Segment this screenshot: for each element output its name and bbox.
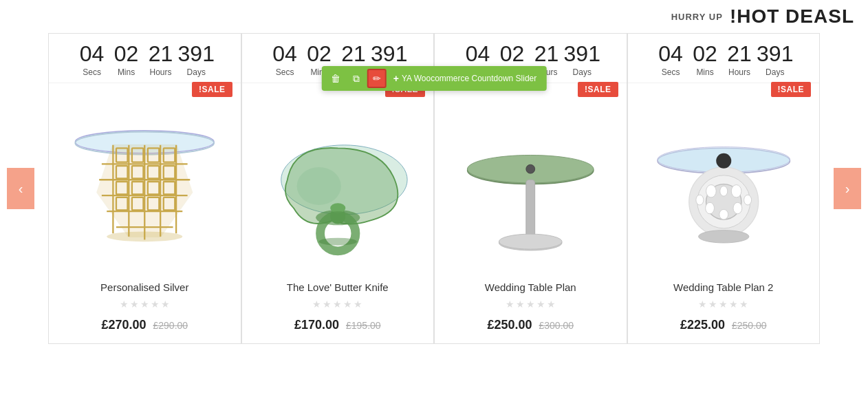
star-1: ★ xyxy=(120,299,129,310)
product-stars-1: ★ ★ ★ ★ ★ xyxy=(120,296,170,312)
page-wrapper: HURRY UP !HOT DEASL ‹ 🗑 ⧉ ✏ YA Woocommer… xyxy=(0,0,868,408)
svg-rect-40 xyxy=(526,180,535,237)
countdown-mins-label-1: Mins xyxy=(118,67,135,77)
star-2: ★ xyxy=(516,299,525,310)
countdown-days-label-3: Days xyxy=(573,67,592,77)
star-5: ★ xyxy=(739,299,748,310)
star-3: ★ xyxy=(526,299,535,310)
svg-point-48 xyxy=(706,185,716,197)
star-4: ★ xyxy=(729,299,738,310)
star-5: ★ xyxy=(354,299,362,310)
countdown-unit-days-3: 391 Days xyxy=(564,42,600,77)
chevron-right-icon: › xyxy=(845,181,850,197)
countdown-days-value-4: 391 xyxy=(757,42,793,66)
countdown-mins-value-2: 02 xyxy=(307,42,332,66)
svg-point-49 xyxy=(731,185,741,197)
countdown-days-label-4: Days xyxy=(766,67,784,77)
svg-point-52 xyxy=(719,209,728,219)
countdown-secs-value-3: 04 xyxy=(466,42,490,66)
star-4: ★ xyxy=(343,299,352,310)
svg-point-39 xyxy=(526,164,535,173)
countdown-secs-label-2: Secs xyxy=(276,67,294,77)
delete-button[interactable]: 🗑 xyxy=(326,69,345,88)
countdown-mins-value-1: 02 xyxy=(114,42,139,66)
star-1: ★ xyxy=(506,299,514,310)
svg-point-51 xyxy=(733,202,742,214)
countdown-days-label-1: Days xyxy=(187,67,206,77)
countdown-mins-value-4: 02 xyxy=(693,42,717,66)
star-1: ★ xyxy=(312,299,321,310)
star-4: ★ xyxy=(536,299,545,310)
star-5: ★ xyxy=(547,299,556,310)
star-3: ★ xyxy=(140,299,149,310)
countdown-unit-secs-2: 04 Secs xyxy=(268,42,302,77)
price-original-4: £250.00 xyxy=(732,320,767,331)
svg-point-42 xyxy=(499,234,562,249)
carousel-wrapper: ‹ 🗑 ⧉ ✏ YA Woocommerce Countdown Slider … xyxy=(0,33,868,344)
product-image-4[interactable] xyxy=(628,83,820,276)
countdown-secs-label-4: Secs xyxy=(662,67,680,77)
sale-badge-3: !SALE xyxy=(578,82,618,97)
prev-arrow[interactable]: ‹ xyxy=(7,168,34,209)
countdown-unit-secs-1: 04 Secs xyxy=(75,42,109,77)
price-current-4: £225.00 xyxy=(680,318,725,332)
price-current-2: £170.00 xyxy=(294,318,339,332)
star-4: ★ xyxy=(151,299,160,310)
svg-point-36 xyxy=(318,238,356,246)
product-image-2[interactable] xyxy=(242,83,434,276)
product-image-3[interactable] xyxy=(435,83,627,276)
countdown-mins-value-3: 02 xyxy=(500,42,525,66)
countdown-days-value-1: 391 xyxy=(178,42,215,66)
svg-point-50 xyxy=(705,202,714,214)
product-price-1: £270.00 £290.00 xyxy=(93,312,196,343)
price-original-3: £300.00 xyxy=(539,320,574,331)
countdown-hours-value-2: 21 xyxy=(341,42,366,66)
countdown-hours-value-3: 21 xyxy=(534,42,559,66)
star-2: ★ xyxy=(130,299,139,310)
product-name-4: Wedding Table Plan 2 xyxy=(665,276,781,296)
svg-point-56 xyxy=(716,153,731,169)
edit-button[interactable]: ✏ xyxy=(367,69,387,88)
product-card-1: 04 Secs 02 Mins 21 Hours 391 Days xyxy=(48,33,241,344)
countdown-secs-value-2: 04 xyxy=(272,42,297,66)
next-arrow[interactable]: › xyxy=(834,168,861,209)
countdown-unit-days-4: 391 Days xyxy=(757,42,793,77)
countdown-hours-value-4: 21 xyxy=(727,42,752,66)
countdown-days-value-3: 391 xyxy=(564,42,600,66)
svg-point-57 xyxy=(698,230,748,243)
countdown-hours-value-1: 21 xyxy=(149,42,173,66)
hurry-label: HURRY UP xyxy=(671,12,723,22)
product-price-2: £170.00 £195.00 xyxy=(286,312,389,343)
product-card-4: 04 Secs 02 Mins 21 Hours 391 Days xyxy=(627,33,821,344)
svg-point-55 xyxy=(744,195,751,205)
countdown-unit-hours-1: 21 Hours xyxy=(144,42,178,77)
sale-badge-4: !SALE xyxy=(771,82,812,97)
star-5: ★ xyxy=(161,299,170,310)
product-name-3: Wedding Table Plan xyxy=(477,276,585,296)
svg-point-29 xyxy=(107,231,182,241)
countdown-1: 04 Secs 02 Mins 21 Hours 391 Days xyxy=(49,34,241,83)
countdown-unit-secs-4: 04 Secs xyxy=(653,42,688,77)
hurry-bar: HURRY UP !HOT DEASL xyxy=(0,0,868,33)
svg-point-54 xyxy=(695,195,703,205)
countdown-hours-label-1: Hours xyxy=(150,67,172,77)
countdown-unit-days-1: 391 Days xyxy=(178,42,215,77)
hot-deals-label: !HOT DEASL xyxy=(730,6,854,28)
countdown-4: 04 Secs 02 Mins 21 Hours 391 Days xyxy=(628,34,820,83)
product-stars-3: ★ ★ ★ ★ ★ xyxy=(506,296,556,312)
plugin-label: YA Woocommerce Countdown Slider xyxy=(388,73,543,84)
chevron-left-icon: ‹ xyxy=(19,181,23,197)
countdown-secs-value-4: 04 xyxy=(658,42,683,66)
countdown-days-value-2: 391 xyxy=(371,42,407,66)
product-price-3: £250.00 £300.00 xyxy=(479,312,582,343)
countdown-unit-hours-4: 21 Hours xyxy=(722,42,757,77)
star-3: ★ xyxy=(719,299,728,310)
countdown-unit-mins-4: 02 Mins xyxy=(688,42,722,77)
star-3: ★ xyxy=(333,299,342,310)
price-original-1: £290.00 xyxy=(153,320,188,331)
sale-badge-1: !SALE xyxy=(192,82,232,97)
product-image-1[interactable] xyxy=(49,83,241,276)
product-name-1: Personalised Silver xyxy=(92,276,197,296)
copy-button[interactable]: ⧉ xyxy=(347,69,366,88)
countdown-mins-label-4: Mins xyxy=(696,67,713,77)
